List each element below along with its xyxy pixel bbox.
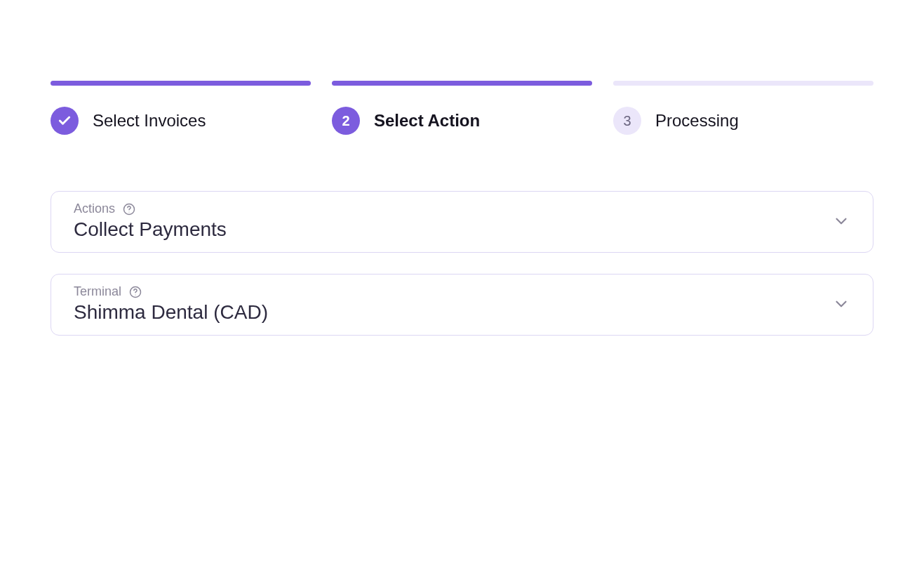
step-bar-1 xyxy=(51,81,311,86)
actions-label: Actions xyxy=(74,201,115,216)
step-row-1: Select Invoices xyxy=(51,107,311,135)
form-area: Actions Collect Payments xyxy=(51,191,873,336)
terminal-value: Shimma Dental (CAD) xyxy=(74,301,268,324)
terminal-select-content: Terminal Shimma Dental (CAD) xyxy=(74,284,268,324)
step-select-action[interactable]: 2 Select Action xyxy=(332,81,592,135)
help-icon[interactable] xyxy=(122,202,136,216)
step-select-invoices[interactable]: Select Invoices xyxy=(51,81,311,135)
step-label-3: Processing xyxy=(655,111,739,131)
help-icon[interactable] xyxy=(128,285,142,299)
chevron-down-icon xyxy=(832,212,850,230)
step-bar-2 xyxy=(332,81,592,86)
svg-point-3 xyxy=(135,294,136,295)
step-indicator-3: 3 xyxy=(613,107,641,135)
actions-label-row: Actions xyxy=(74,201,227,216)
step-row-2: 2 Select Action xyxy=(332,107,592,135)
stepper: Select Invoices 2 Select Action 3 Proces… xyxy=(51,81,873,135)
step-indicator-1 xyxy=(51,107,79,135)
check-icon xyxy=(58,114,72,128)
step-label-2: Select Action xyxy=(374,111,480,131)
terminal-select[interactable]: Terminal Shimma Dental (CAD) xyxy=(51,274,873,336)
wizard-card: Select Invoices 2 Select Action 3 Proces… xyxy=(0,0,924,582)
step-bar-3 xyxy=(613,81,873,86)
step-label-1: Select Invoices xyxy=(93,111,206,131)
svg-point-1 xyxy=(129,211,130,212)
terminal-label-row: Terminal xyxy=(74,284,268,299)
step-row-3: 3 Processing xyxy=(613,107,873,135)
step-indicator-2: 2 xyxy=(332,107,360,135)
step-processing[interactable]: 3 Processing xyxy=(613,81,873,135)
step-number-2: 2 xyxy=(342,113,349,129)
actions-select-content: Actions Collect Payments xyxy=(74,201,227,241)
actions-select[interactable]: Actions Collect Payments xyxy=(51,191,873,253)
terminal-label: Terminal xyxy=(74,284,121,299)
actions-value: Collect Payments xyxy=(74,218,227,241)
step-number-3: 3 xyxy=(623,113,631,129)
chevron-down-icon xyxy=(832,295,850,313)
